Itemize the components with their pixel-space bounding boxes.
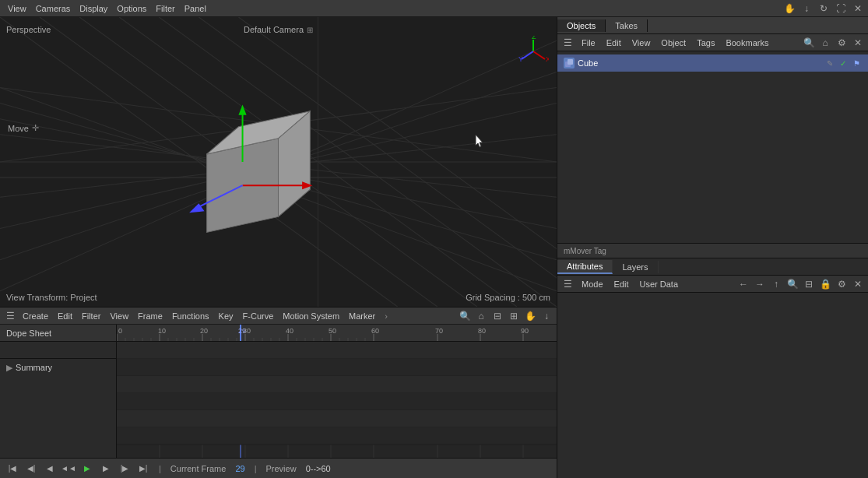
attr-menu-mode[interactable]: Mode xyxy=(578,279,607,290)
svg-rect-103 xyxy=(117,393,557,410)
panel-menu-file[interactable]: File xyxy=(578,37,599,48)
svg-text:0: 0 xyxy=(118,327,122,335)
timeline-menu-motionsys[interactable]: Motion System xyxy=(279,311,343,322)
menu-display[interactable]: Display xyxy=(75,2,112,15)
attr-lock-icon[interactable]: 🔒 xyxy=(818,277,832,291)
svg-line-36 xyxy=(522,51,533,59)
timeline-menu-icon[interactable]: ☰ xyxy=(3,309,17,323)
attr-back-icon[interactable]: ← xyxy=(736,277,750,291)
timeline-toolbar-right: 🔍 ⌂ ⊟ ⊞ ✋ ↓ xyxy=(458,309,553,323)
timeline-menu-functions[interactable]: Functions xyxy=(168,311,213,322)
move-tool-label: Move ✛ xyxy=(8,123,39,133)
attr-search-icon[interactable]: 🔍 xyxy=(785,277,799,291)
menu-view[interactable]: View xyxy=(3,2,31,15)
svg-rect-101 xyxy=(117,376,557,393)
transport-first-btn[interactable]: |◀ xyxy=(6,462,19,475)
tab-takes[interactable]: Takes xyxy=(606,19,648,32)
panel-settings-icon[interactable]: ⚙ xyxy=(835,36,849,50)
transport-prev-btn[interactable]: ◀ xyxy=(44,462,56,475)
timeline-search-icon[interactable]: 🔍 xyxy=(458,309,472,323)
svg-text:Y: Y xyxy=(518,55,523,63)
preview-label: Preview xyxy=(266,464,297,473)
tab-objects[interactable]: Objects xyxy=(557,19,606,32)
panel-toolbar-icons: 🔍 ⌂ ⚙ ✕ xyxy=(802,36,865,50)
panel-menu-bookmarks[interactable]: Bookmarks xyxy=(722,37,772,48)
timeline-menu-key[interactable]: Key xyxy=(215,311,237,322)
timeline-menu-create[interactable]: Create xyxy=(19,311,52,322)
transport-play-rev-btn[interactable]: ◄◄ xyxy=(62,462,75,475)
attr-filter-icon[interactable]: ⊟ xyxy=(802,277,816,291)
svg-text:Z: Z xyxy=(532,36,536,40)
frame-divider: | xyxy=(159,464,161,473)
hand-tool-icon[interactable]: ✋ xyxy=(782,2,796,16)
timeline-menubar: ☰ Create Edit Filter View Frame Function… xyxy=(0,308,557,325)
timeline-menu-more[interactable]: › xyxy=(381,311,392,322)
transport-next-btn[interactable]: ▶ xyxy=(100,462,112,475)
timeline-tracks[interactable] xyxy=(117,342,557,458)
current-frame-value: 29 xyxy=(235,464,244,473)
object-flag-icon[interactable]: ⚑ xyxy=(851,59,862,68)
mmover-tag-label: mMover Tag xyxy=(557,243,868,258)
axis-indicator: Z X Y xyxy=(518,36,549,67)
panel-menu-tags[interactable]: Tags xyxy=(693,37,719,48)
timeline-menu-fcurve[interactable]: F-Curve xyxy=(239,311,278,322)
menu-options[interactable]: Options xyxy=(112,2,151,15)
attr-up-icon[interactable]: ↑ xyxy=(769,277,783,291)
panel-menu-edit[interactable]: Edit xyxy=(603,37,625,48)
attr-menu-edit[interactable]: Edit xyxy=(610,279,633,290)
cube-object-name: Cube xyxy=(578,58,598,68)
object-cube-item[interactable]: Cube ✎ ✓ ⚑ xyxy=(557,54,868,72)
timeline-arrow-icon[interactable]: ↓ xyxy=(539,309,553,323)
panel-search-icon[interactable]: 🔍 xyxy=(802,36,816,50)
tab-attributes[interactable]: Attributes xyxy=(557,260,613,274)
timeline-menu-view[interactable]: View xyxy=(106,311,132,322)
attr-menu-icon[interactable]: ☰ xyxy=(561,277,575,291)
panel-close-icon[interactable]: ✕ xyxy=(851,36,865,50)
transport-play-btn[interactable]: ▶ xyxy=(81,462,93,475)
timeline-menu-filter[interactable]: Filter xyxy=(78,311,104,322)
transport-prev-key-btn[interactable]: ◀| xyxy=(25,462,37,475)
rotate-icon[interactable]: ↻ xyxy=(817,2,831,16)
object-edit-icon[interactable]: ✎ xyxy=(824,59,835,68)
object-list[interactable]: Cube ✎ ✓ ⚑ xyxy=(557,51,868,243)
timeline-menu-marker[interactable]: Marker xyxy=(345,311,379,322)
viewport-grid xyxy=(0,17,557,307)
attr-menu-userdata[interactable]: User Data xyxy=(636,279,683,290)
transport-next-key-btn[interactable]: |▶ xyxy=(118,462,131,475)
move-icon: ✛ xyxy=(32,123,39,133)
menu-filter[interactable]: Filter xyxy=(151,2,179,15)
close-icon[interactable]: ✕ xyxy=(851,2,865,16)
timeline-content: Dope Sheet ▶ Summary xyxy=(0,325,557,458)
svg-text:80: 80 xyxy=(478,327,486,335)
fullscreen-icon[interactable]: ⛶ xyxy=(834,2,848,16)
timeline-home-icon[interactable]: ⌂ xyxy=(474,309,488,323)
attr-close-icon[interactable]: ✕ xyxy=(851,277,865,291)
svg-rect-39 xyxy=(117,325,557,342)
timeline-keyframe-icon[interactable]: ⊞ xyxy=(507,309,521,323)
panel-menu-icon[interactable]: ☰ xyxy=(561,36,575,50)
panel-home-icon[interactable]: ⌂ xyxy=(818,36,832,50)
timeline-summary-item[interactable]: ▶ Summary xyxy=(0,359,116,376)
attr-settings-icon[interactable]: ⚙ xyxy=(835,277,849,291)
tab-layers[interactable]: Layers xyxy=(613,261,658,273)
svg-text:70: 70 xyxy=(435,327,443,335)
menu-panel[interactable]: Panel xyxy=(180,2,211,15)
arrow-down-icon[interactable]: ↓ xyxy=(799,2,814,16)
svg-text:40: 40 xyxy=(286,327,293,335)
timeline-menu-frame[interactable]: Frame xyxy=(134,311,167,322)
object-visible-icon[interactable]: ✓ xyxy=(838,59,849,68)
svg-rect-110 xyxy=(568,59,573,65)
timeline-track-area[interactable]: 0 10 20 29 30 xyxy=(117,325,557,458)
panel-menu-object[interactable]: Object xyxy=(657,37,690,48)
viewport-3d[interactable]: Perspective Default Camera ⊞ Move ✛ Z X … xyxy=(0,17,557,307)
timeline-bottom-bar: |◀ ◀| ◀ ◄◄ ▶ ▶ |▶ ▶| | Current Frame 29 … xyxy=(0,458,557,478)
panel-menu-view[interactable]: View xyxy=(628,37,655,48)
menu-cameras[interactable]: Cameras xyxy=(31,2,76,15)
attr-forward-icon[interactable]: → xyxy=(753,277,767,291)
transport-last-btn[interactable]: ▶| xyxy=(137,462,149,475)
timeline-filter-icon[interactable]: ⊟ xyxy=(490,309,504,323)
main-area: Perspective Default Camera ⊞ Move ✛ Z X … xyxy=(0,17,868,478)
top-menubar: View Cameras Display Options Filter Pane… xyxy=(0,0,868,17)
timeline-hand-icon[interactable]: ✋ xyxy=(523,309,537,323)
timeline-menu-edit[interactable]: Edit xyxy=(54,311,76,322)
